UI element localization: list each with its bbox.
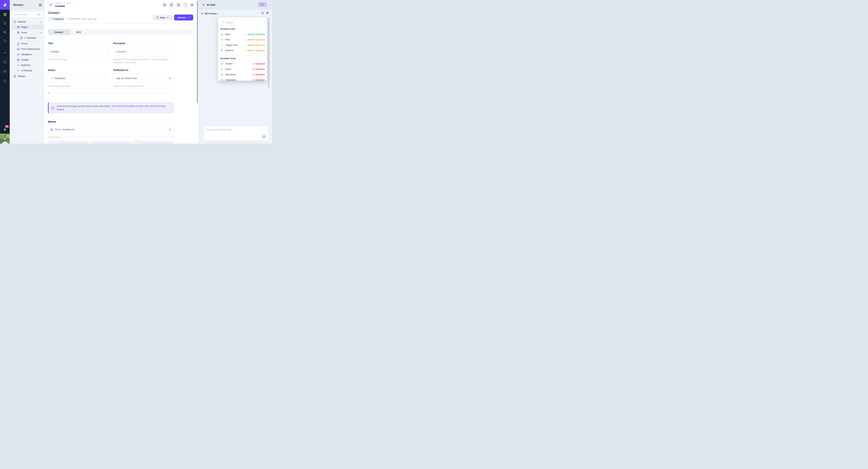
tool-row-schema[interactable]: Schema Needs Approval	[220, 48, 265, 53]
chat-settings-button[interactable]: ⚙	[266, 11, 269, 14]
delete-button[interactable]	[168, 2, 175, 8]
tool-status: Disabled	[252, 78, 265, 81]
actions-button[interactable]: Actions	[174, 14, 193, 21]
lightning-icon	[221, 68, 223, 71]
disabled-icon	[252, 79, 254, 81]
breadcrumb-caret-icon[interactable]: ▼	[72, 2, 73, 4]
create-option-button[interactable]	[133, 141, 174, 144]
page-header: Pages • Main ▼ Contact	[44, 0, 197, 10]
send-message-button[interactable]	[262, 134, 266, 139]
block-kind-link[interactable]: Form:	[55, 128, 61, 131]
database-icon	[13, 75, 16, 78]
toggle-right-panel-button[interactable]	[190, 3, 194, 7]
global-search-input[interactable]	[14, 13, 36, 16]
sidebar-item-ai-prompts[interactable]: AI Prompts	[11, 68, 43, 73]
status-select[interactable]: Published	[48, 73, 108, 83]
tool-row-items[interactable]: Items Always Allowed	[220, 32, 265, 37]
published-at-field[interactable]	[113, 73, 174, 83]
sidebar-item-rabbits[interactable]: Rabbits	[11, 74, 43, 78]
global-search[interactable]: ⌘K	[12, 12, 43, 18]
preview-button[interactable]	[162, 2, 167, 8]
database-icon	[221, 78, 223, 81]
title-input[interactable]	[51, 50, 105, 53]
create-new-label[interactable]: Create New	[48, 136, 60, 138]
create-option-button[interactable]	[48, 141, 89, 144]
chevron-down-icon[interactable]	[39, 21, 42, 23]
tool-row-operations[interactable]: Operations Disabled	[220, 72, 265, 77]
chevron-down-icon[interactable]	[103, 77, 105, 79]
save-button[interactable]	[182, 2, 188, 8]
module-insights-icon[interactable]	[0, 49, 10, 56]
back-button[interactable]	[48, 2, 54, 7]
sidebar-item-posts[interactable]: Posts	[11, 30, 43, 35]
eye-icon	[163, 3, 166, 6]
chat-message-input[interactable]	[207, 128, 264, 135]
browser-window-icon	[17, 26, 20, 29]
tool-row-files[interactable]: Files Needs Approval	[220, 37, 265, 42]
permalink-input[interactable]	[116, 50, 172, 53]
sidebar-item-redirects[interactable]: Redirects	[11, 63, 43, 67]
published-at-field-note: Publish now or schedule for later.	[113, 85, 170, 88]
sidebar-item-website[interactable]: Website	[11, 20, 43, 24]
tool-row-flows[interactable]: Flows Disabled	[220, 67, 265, 71]
module-content-icon[interactable]	[0, 11, 10, 18]
tool-row-trigger-flow[interactable]: Trigger Flow Needs Approval	[220, 43, 265, 47]
tools-search[interactable]	[220, 20, 265, 25]
bolt-circle-icon	[221, 73, 223, 76]
help-button[interactable]: ? Help	[153, 14, 172, 21]
module-settings-icon[interactable]: ⚙	[0, 68, 10, 74]
sidebar-header: Directus	[10, 0, 44, 10]
user-avatar[interactable]	[0, 134, 10, 144]
title-field-note: The title of this page.	[48, 58, 105, 61]
chevron-down-icon	[135, 140, 137, 143]
scroll-down-button[interactable]	[133, 139, 139, 144]
permalink-field[interactable]	[113, 47, 174, 56]
sidebar-item-workflow[interactable]: 1. Workflow	[11, 36, 43, 40]
tool-row-folders[interactable]: Folders Disabled	[220, 61, 265, 66]
tool-row-collections[interactable]: Collections Disabled	[220, 77, 265, 81]
sidebar-item-globals[interactable]: Globals	[11, 58, 43, 62]
collapse-chat-button[interactable]	[268, 4, 271, 6]
model-selector[interactable]: GPT-5 Nano	[205, 12, 217, 15]
module-files-icon[interactable]	[0, 38, 10, 43]
tab-content[interactable]: Content	[48, 29, 70, 35]
clear-icon[interactable]	[169, 77, 172, 79]
scrollbar-thumb[interactable]	[197, 1, 198, 103]
module-users-icon[interactable]	[0, 29, 10, 35]
title-field[interactable]	[48, 47, 108, 56]
clear-history-button[interactable]	[261, 11, 264, 14]
kanban-icon	[20, 36, 23, 39]
published-at-input[interactable]	[116, 77, 169, 79]
drag-handle-icon[interactable]	[51, 129, 53, 130]
block-row[interactable]: Form: Contact Us	[48, 125, 174, 134]
tools-search-input[interactable]	[226, 21, 263, 24]
sidebar-item-pages[interactable]: Pages	[11, 25, 43, 30]
archive-button[interactable]	[176, 2, 181, 8]
ai-chat-title: AI Chat	[207, 3, 215, 6]
tool-status: Always Allowed	[245, 33, 265, 36]
chevron-down-icon[interactable]	[218, 13, 220, 15]
module-help-icon[interactable]: ?	[0, 59, 10, 65]
tab-seo[interactable]: SEO	[70, 29, 88, 35]
directus-logo[interactable]	[0, 0, 10, 10]
sidebar-item-forms[interactable]: A Forms	[11, 41, 43, 46]
version-sync-icon	[64, 2, 66, 4]
check-icon	[51, 77, 53, 79]
chevron-down-icon	[268, 4, 271, 6]
sidebar-item-navigation[interactable]: Navigation	[11, 52, 43, 57]
ai-panel-scrollbar[interactable]	[268, 18, 269, 89]
collapse-sidebar-button[interactable]	[38, 3, 42, 7]
module-editor-icon[interactable]	[0, 20, 10, 26]
chevron-down-icon[interactable]	[39, 31, 42, 34]
panel-collapse-icon	[39, 3, 42, 7]
notifications-button[interactable]: 72	[0, 126, 10, 133]
notification-count-badge: 72	[5, 125, 9, 128]
sidebar-item-form-submissions[interactable]: Form Submissions	[11, 47, 43, 51]
chat-input-box[interactable]	[204, 127, 268, 141]
module-search-icon[interactable]	[0, 78, 10, 84]
create-option-button[interactable]	[91, 141, 131, 144]
check-icon	[184, 3, 187, 6]
breadcrumb[interactable]: Pages • Main ▼	[55, 2, 73, 4]
check-icon	[50, 18, 52, 20]
remove-block-button[interactable]	[169, 128, 172, 131]
